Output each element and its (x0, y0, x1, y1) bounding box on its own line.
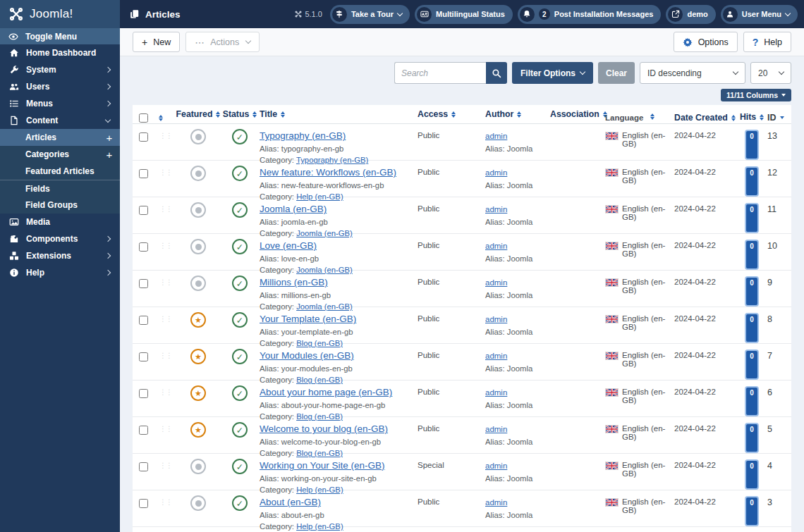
article-title-link[interactable]: Your Template (en-GB) (260, 314, 356, 325)
topbar-pill-user-menu[interactable]: User Menu (721, 5, 798, 24)
row-select-checkbox[interactable] (139, 169, 148, 178)
row-select-checkbox[interactable] (139, 499, 148, 508)
row-order-handle[interactable]: ⋮⋮ (155, 490, 176, 526)
unfeatured-circle-icon[interactable] (190, 129, 206, 144)
sidebar-item-users[interactable]: Users (0, 78, 120, 95)
article-title-link[interactable]: New feature: Workflows (en-GB) (260, 167, 396, 178)
author-link[interactable]: admin (485, 168, 507, 177)
sidebar-item-help[interactable]: Help (0, 264, 120, 281)
row-select-checkbox[interactable] (139, 206, 148, 215)
published-check-icon[interactable]: ✓ (232, 349, 248, 364)
column-header-author[interactable]: Author (485, 109, 550, 119)
sidebar-item-media[interactable]: Media (0, 214, 120, 230)
row-order-handle[interactable]: ⋮⋮ (155, 271, 176, 307)
author-link[interactable]: admin (485, 388, 507, 397)
featured-star-icon[interactable]: ★ (190, 385, 206, 401)
row-order-handle[interactable]: ⋮⋮ (155, 307, 176, 343)
unfeatured-circle-icon[interactable] (190, 202, 206, 218)
sidebar-item-articles[interactable]: Articles+ (0, 129, 120, 146)
column-header-hits[interactable]: Hits (736, 106, 767, 122)
sidebar-item-home-dashboard[interactable]: Home Dashboard (0, 44, 120, 61)
author-link[interactable]: admin (485, 205, 507, 214)
author-link[interactable]: admin (485, 315, 507, 323)
column-header-language[interactable]: Language (605, 106, 674, 122)
unfeatured-circle-icon[interactable] (190, 459, 206, 474)
row-order-handle[interactable]: ⋮⋮ (155, 381, 176, 416)
column-header-featured[interactable]: Featured (176, 109, 220, 119)
unfeatured-circle-icon[interactable] (190, 166, 206, 181)
published-check-icon[interactable]: ✓ (232, 495, 248, 511)
published-check-icon[interactable]: ✓ (232, 202, 248, 218)
author-link[interactable]: admin (485, 462, 507, 470)
featured-star-icon[interactable]: ★ (190, 312, 206, 328)
select-all-checkbox[interactable] (139, 113, 148, 123)
search-input[interactable] (394, 62, 486, 84)
clear-button[interactable]: Clear (598, 62, 635, 84)
published-check-icon[interactable]: ✓ (232, 385, 248, 401)
topbar-pill-multilingual-status[interactable]: Multilingual Status (415, 5, 513, 24)
topbar-pill-take-a-tour[interactable]: Take a Tour (330, 5, 410, 24)
unfeatured-circle-icon[interactable] (190, 495, 206, 511)
list-limit-select[interactable]: 20 (750, 62, 791, 84)
row-order-handle[interactable]: ⋮⋮ (155, 417, 176, 453)
row-select-checkbox[interactable] (139, 316, 148, 325)
column-header-title[interactable]: Title (260, 109, 418, 119)
unfeatured-circle-icon[interactable] (190, 239, 206, 254)
article-title-link[interactable]: About your home page (en-GB) (260, 387, 392, 398)
row-select-checkbox[interactable] (139, 132, 148, 142)
published-check-icon[interactable]: ✓ (232, 239, 248, 254)
column-header-access[interactable]: Access (418, 109, 485, 119)
author-link[interactable]: admin (485, 425, 507, 433)
sidebar-item-categories[interactable]: Categories+ (0, 146, 120, 163)
sidebar-item-components[interactable]: Components (0, 230, 120, 247)
author-link[interactable]: admin (485, 242, 507, 250)
row-order-handle[interactable]: ⋮⋮ (155, 197, 176, 233)
sidebar-item-featured-articles[interactable]: Featured Articles (0, 163, 120, 180)
row-select-checkbox[interactable] (139, 389, 148, 398)
row-order-handle[interactable]: ⋮⋮ (155, 234, 176, 270)
article-title-link[interactable]: About (en-GB) (260, 497, 321, 508)
article-title-link[interactable]: Welcome to your blog (en-GB) (260, 423, 388, 435)
article-title-link[interactable]: Working on Your Site (en-GB) (260, 460, 385, 471)
sidebar-item-field-groups[interactable]: Field Groups (0, 197, 120, 214)
add-articles-button[interactable]: + (99, 132, 120, 144)
article-title-link[interactable]: Your Modules (en-GB) (260, 350, 354, 361)
topbar-pill-demo-site[interactable]: demo (666, 5, 715, 24)
column-header-id[interactable]: ID (767, 106, 791, 123)
row-select-checkbox[interactable] (139, 462, 148, 471)
sidebar-item-extensions[interactable]: Extensions (0, 247, 120, 264)
toggle-menu-button[interactable]: Toggle Menu (0, 28, 120, 44)
sidebar-item-fields[interactable]: Fields (0, 180, 120, 197)
new-button[interactable]: + New (133, 32, 180, 52)
row-order-handle[interactable]: ⋮⋮ (155, 454, 176, 490)
sidebar-item-system[interactable]: System (0, 61, 120, 78)
column-header-status[interactable]: Status (220, 109, 260, 119)
row-order-handle[interactable]: ⋮⋮ (155, 161, 176, 197)
author-link[interactable]: admin (485, 498, 507, 507)
unfeatured-circle-icon[interactable] (190, 276, 206, 291)
published-check-icon[interactable]: ✓ (232, 276, 248, 291)
row-select-checkbox[interactable] (139, 242, 148, 252)
sort-select[interactable]: ID descending (640, 62, 745, 84)
article-title-link[interactable]: Joomla (en-GB) (260, 204, 327, 215)
published-check-icon[interactable]: ✓ (232, 459, 248, 474)
joomla-brand[interactable]: Joomla! (0, 0, 120, 28)
published-check-icon[interactable]: ✓ (232, 312, 248, 328)
featured-star-icon[interactable]: ★ (190, 349, 206, 364)
author-link[interactable]: admin (485, 132, 507, 140)
row-order-handle[interactable]: ⋮⋮ (155, 344, 176, 380)
published-check-icon[interactable]: ✓ (232, 129, 248, 144)
options-button[interactable]: Options (674, 32, 738, 52)
sidebar-item-menus[interactable]: Menus (0, 95, 120, 112)
article-title-link[interactable]: Typography (en-GB) (260, 130, 346, 142)
filter-options-button[interactable]: Filter Options (512, 62, 593, 84)
author-link[interactable]: admin (485, 352, 507, 360)
actions-button[interactable]: ⋯ Actions (185, 32, 260, 52)
columns-toggle-button[interactable]: 11/11 Columns (721, 89, 791, 101)
featured-star-icon[interactable]: ★ (190, 422, 206, 438)
published-check-icon[interactable]: ✓ (232, 422, 248, 438)
column-header-association[interactable]: Association (550, 109, 605, 119)
row-order-handle[interactable]: ⋮⋮ (155, 124, 176, 160)
row-select-checkbox[interactable] (139, 352, 148, 361)
search-button[interactable] (486, 62, 507, 84)
